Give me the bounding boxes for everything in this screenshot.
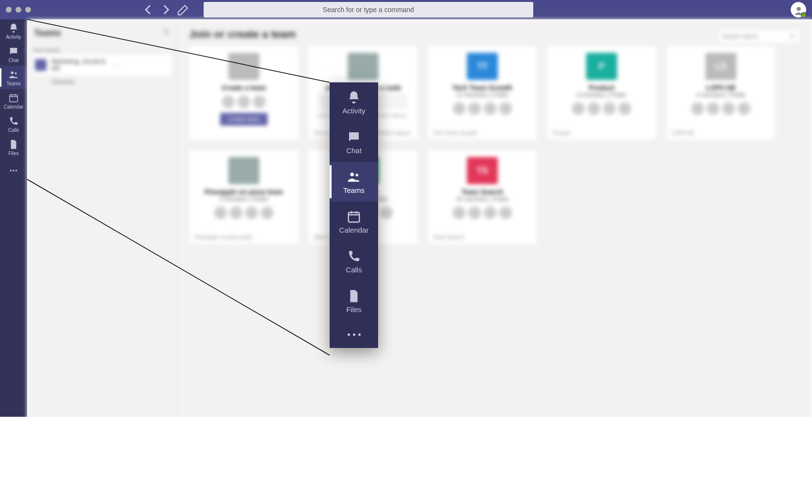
user-avatar[interactable] [791, 2, 806, 17]
svg-point-5 [16, 170, 17, 171]
team-tile [35, 59, 47, 71]
forward-button[interactable] [159, 3, 173, 16]
svg-point-18 [356, 173, 359, 176]
team-name: Marketing, Social & PR [51, 58, 108, 72]
channel-item[interactable]: General [32, 75, 172, 88]
rail-label: Files [8, 151, 18, 156]
svg-point-4 [13, 170, 14, 171]
rail-teams[interactable]: Teams [0, 66, 27, 89]
close-dot[interactable] [6, 7, 12, 13]
rail-files[interactable]: Files [0, 136, 27, 159]
zoom-teams[interactable]: Teams [330, 162, 378, 202]
svg-rect-2 [10, 94, 18, 102]
rail-label: Calls [8, 127, 19, 133]
filter-icon[interactable] [162, 29, 170, 38]
group-label: Your teams [32, 45, 172, 55]
zoom-calls[interactable]: Calls [330, 241, 378, 281]
svg-point-3 [10, 170, 12, 171]
team-card[interactable]: TS Team Search15 members | PublicTeam Se… [428, 150, 537, 244]
min-dot[interactable] [16, 7, 21, 13]
svg-point-17 [350, 173, 354, 176]
zoom-more[interactable] [330, 321, 378, 348]
team-card[interactable]: Pineapple on pizza team3 members | Publi… [189, 150, 299, 244]
zoom-label: Chat [346, 146, 362, 155]
team-card[interactable]: Create a teamCreate team [189, 46, 299, 140]
back-button[interactable] [142, 3, 155, 16]
zoom-chat[interactable]: Chat [330, 122, 378, 162]
team-cards-grid: Create a teamCreate team Join a team wit… [189, 46, 800, 244]
page-title: Join or create a team [189, 28, 800, 41]
rail-label: Teams [6, 81, 20, 86]
zoom-label: Activity [342, 107, 366, 115]
svg-rect-19 [349, 212, 360, 222]
rail-label: Activity [6, 34, 21, 40]
zoom-label: Calendar [339, 226, 369, 234]
pane-title: Teams [34, 28, 61, 38]
rail-calls[interactable]: Calls [0, 112, 27, 136]
team-card[interactable]: TT Tech Team Growth12 members | PublicTe… [428, 46, 537, 140]
rail-chat[interactable]: Chat [0, 43, 27, 66]
zoom-label: Teams [343, 186, 365, 194]
rail-zoom-callout: Activity Chat Teams Calendar Calls Files [330, 82, 378, 348]
window-controls [6, 7, 31, 13]
zoom-calendar[interactable]: Calendar [330, 202, 378, 241]
team-row[interactable]: Marketing, Social & PR ⋯ [32, 55, 172, 75]
search-teams-input[interactable]: Search teams [718, 29, 800, 44]
search-input[interactable]: Search for or type a command [204, 2, 533, 17]
svg-point-1 [15, 72, 17, 74]
team-card[interactable]: LD LOPS DE4 members | PublicLOPS DE [666, 46, 776, 140]
rail-more[interactable] [0, 159, 27, 182]
svg-point-14 [790, 34, 795, 38]
team-card[interactable]: P Product6 members | PublicProduct [547, 46, 656, 140]
rail-activity[interactable]: Activity [0, 19, 27, 43]
zoom-files[interactable]: Files [330, 281, 378, 321]
titlebar: Search for or type a command [0, 0, 812, 19]
max-dot[interactable] [25, 7, 31, 13]
search-placeholder: Search for or type a command [323, 6, 414, 14]
zoom-activity[interactable]: Activity [330, 82, 378, 122]
zoom-label: Files [346, 305, 362, 314]
search-teams-placeholder: Search teams [722, 33, 758, 40]
bottom-margin [0, 417, 812, 504]
zoom-label: Calls [346, 266, 362, 274]
presence-indicator [801, 12, 807, 18]
compose-button[interactable] [176, 3, 190, 16]
rail-calendar[interactable]: Calendar [0, 89, 27, 112]
svg-point-0 [11, 71, 14, 74]
rail-label: Chat [8, 58, 18, 63]
rail-label: Calendar [4, 104, 24, 110]
